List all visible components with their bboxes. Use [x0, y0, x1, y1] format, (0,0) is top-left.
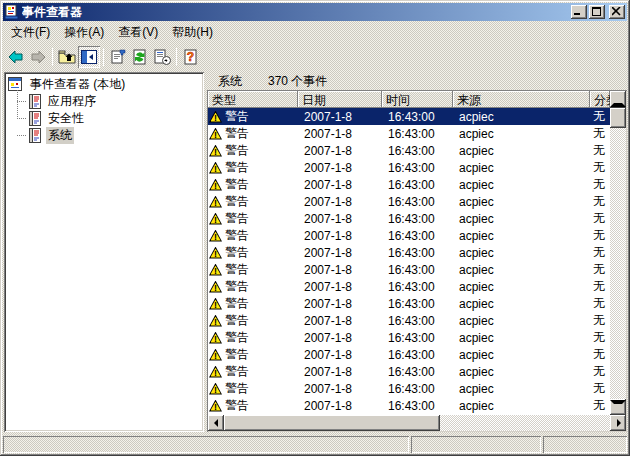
scroll-right-button[interactable]: [610, 415, 626, 431]
event-type-label: 警告: [225, 346, 249, 363]
table-row[interactable]: 警告2007-1-816:43:00acpiec无: [208, 108, 610, 125]
event-viewer-app-icon: [5, 5, 19, 19]
toolbar-separator: [176, 48, 177, 66]
title-bar[interactable]: 事件查看器: [3, 3, 627, 21]
scroll-up-button[interactable]: [610, 91, 626, 108]
event-type-cell: 警告: [208, 397, 298, 414]
event-date-cell: 2007-1-8: [298, 314, 382, 328]
forward-button[interactable]: [27, 46, 49, 68]
warning-icon: [209, 145, 222, 157]
menu-view[interactable]: 查看(V): [111, 22, 165, 43]
back-button[interactable]: [5, 46, 27, 68]
event-time-cell: 16:43:00: [382, 212, 453, 226]
event-category-cell: 无: [590, 329, 610, 346]
event-time-cell: 16:43:00: [382, 229, 453, 243]
event-time-cell: 16:43:00: [382, 297, 453, 311]
column-header-date[interactable]: 日期: [298, 91, 382, 108]
table-row[interactable]: 警告2007-1-816:43:00acpiec无: [208, 261, 610, 278]
event-type-label: 警告: [225, 159, 249, 176]
up-folder-icon: [58, 49, 76, 65]
event-source-cell: acpiec: [453, 280, 590, 294]
horizontal-scrollbar[interactable]: [208, 415, 626, 431]
tree-item-application[interactable]: 应用程序: [8, 93, 204, 110]
scroll-down-button[interactable]: [610, 399, 626, 415]
up-one-level-button[interactable]: [56, 46, 78, 68]
close-button[interactable]: [609, 5, 625, 19]
event-date-cell: 2007-1-8: [298, 127, 382, 141]
event-category-cell: 无: [590, 397, 610, 414]
event-count: 370 个事件: [268, 73, 327, 90]
event-type-cell: 警告: [208, 142, 298, 159]
table-row[interactable]: 警告2007-1-816:43:00acpiec无: [208, 295, 610, 312]
event-source-cell: acpiec: [453, 263, 590, 277]
column-header-source[interactable]: 来源: [453, 91, 590, 108]
event-category-cell: 无: [590, 210, 610, 227]
event-source-cell: acpiec: [453, 297, 590, 311]
tree-item-label: 安全性: [46, 110, 86, 127]
help-button[interactable]: ?: [180, 46, 202, 68]
vertical-scrollbar[interactable]: [610, 91, 626, 415]
event-date-cell: 2007-1-8: [298, 246, 382, 260]
event-type-label: 警告: [225, 244, 249, 261]
vertical-scroll-track[interactable]: [610, 108, 626, 399]
event-type-label: 警告: [225, 176, 249, 193]
event-viewer-window: 事件查看器 文件(F) 操作(A) 查看(V) 帮助(H): [0, 0, 630, 456]
table-row[interactable]: 警告2007-1-816:43:00acpiec无: [208, 210, 610, 227]
table-row[interactable]: 警告2007-1-816:43:00acpiec无: [208, 312, 610, 329]
event-source-cell: acpiec: [453, 382, 590, 396]
event-type-cell: 警告: [208, 210, 298, 227]
tree-root-event-viewer[interactable]: 事件查看器 (本地): [8, 76, 204, 93]
menu-bar: 文件(F) 操作(A) 查看(V) 帮助(H): [3, 23, 627, 42]
column-header-time[interactable]: 时间: [382, 91, 453, 108]
warning-icon: [209, 179, 222, 191]
event-type-label: 警告: [225, 397, 249, 414]
event-time-cell: 16:43:00: [382, 348, 453, 362]
event-category-cell: 无: [590, 261, 610, 278]
event-source-cell: acpiec: [453, 229, 590, 243]
menu-file[interactable]: 文件(F): [4, 22, 57, 43]
event-date-cell: 2007-1-8: [298, 297, 382, 311]
menu-action[interactable]: 操作(A): [57, 22, 111, 43]
table-row[interactable]: 警告2007-1-816:43:00acpiec无: [208, 193, 610, 210]
menu-help[interactable]: 帮助(H): [165, 22, 220, 43]
event-source-cell: acpiec: [453, 246, 590, 260]
table-row[interactable]: 警告2007-1-816:43:00acpiec无: [208, 278, 610, 295]
column-header-category[interactable]: 分类: [590, 91, 610, 108]
event-source-cell: acpiec: [453, 110, 590, 124]
show-hide-console-tree-button[interactable]: [78, 46, 100, 68]
properties-button[interactable]: [107, 46, 129, 68]
table-row[interactable]: 警告2007-1-816:43:00acpiec无: [208, 176, 610, 193]
tree-item-system[interactable]: 系统: [8, 127, 204, 144]
warning-icon: [209, 247, 222, 259]
table-row[interactable]: 警告2007-1-816:43:00acpiec无: [208, 380, 610, 397]
export-list-button[interactable]: [151, 46, 173, 68]
event-type-cell: 警告: [208, 363, 298, 380]
horizontal-scroll-thumb[interactable]: [224, 415, 440, 431]
table-row[interactable]: 警告2007-1-816:43:00acpiec无: [208, 159, 610, 176]
tree-item-security[interactable]: 安全性: [8, 110, 204, 127]
table-row[interactable]: 警告2007-1-816:43:00acpiec无: [208, 363, 610, 380]
table-row[interactable]: 警告2007-1-816:43:00acpiec无: [208, 142, 610, 159]
event-type-cell: 警告: [208, 108, 298, 125]
minimize-button[interactable]: [571, 5, 587, 19]
column-header-type[interactable]: 类型: [208, 91, 298, 108]
table-row[interactable]: 警告2007-1-816:43:00acpiec无: [208, 244, 610, 261]
table-row[interactable]: 警告2007-1-816:43:00acpiec无: [208, 346, 610, 363]
table-row[interactable]: 警告2007-1-816:43:00acpiec无: [208, 329, 610, 346]
maximize-button[interactable]: [589, 5, 605, 19]
table-row[interactable]: 警告2007-1-816:43:00acpiec无: [208, 397, 610, 414]
event-source-cell: acpiec: [453, 127, 590, 141]
event-time-cell: 16:43:00: [382, 161, 453, 175]
toolbar-separator: [52, 48, 53, 66]
warning-icon: [209, 281, 222, 293]
scroll-left-button[interactable]: [208, 415, 224, 431]
table-row[interactable]: 警告2007-1-816:43:00acpiec无: [208, 125, 610, 142]
event-date-cell: 2007-1-8: [298, 348, 382, 362]
warning-icon: [209, 315, 222, 327]
event-type-cell: 警告: [208, 261, 298, 278]
vertical-scroll-thumb[interactable]: [610, 108, 626, 128]
event-type-cell: 警告: [208, 278, 298, 295]
refresh-button[interactable]: [129, 46, 151, 68]
event-type-cell: 警告: [208, 312, 298, 329]
table-row[interactable]: 警告2007-1-816:43:00acpiec无: [208, 227, 610, 244]
